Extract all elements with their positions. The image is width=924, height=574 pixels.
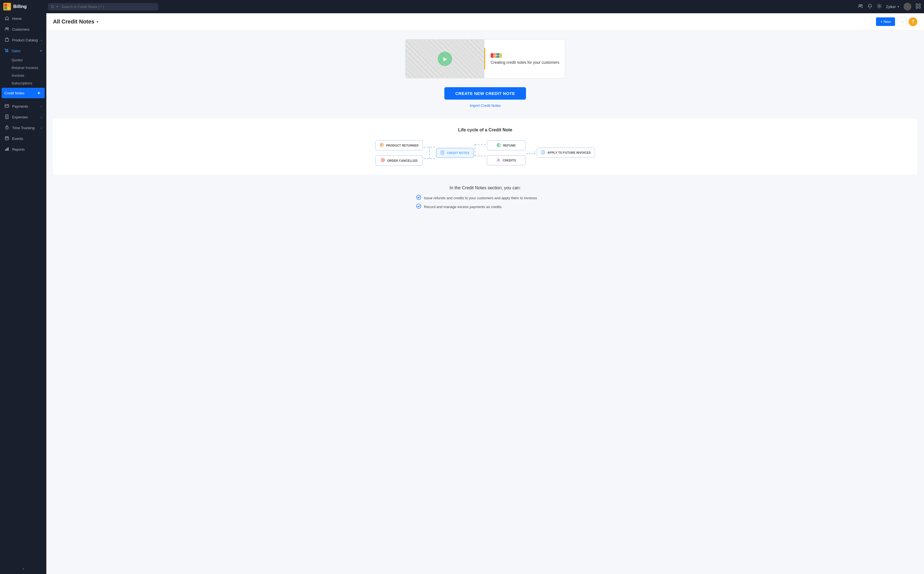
refund-icon: $	[496, 143, 501, 148]
grid-icon[interactable]	[916, 3, 921, 10]
sidebar-item-credit-notes-wrap: Credit Notes	[2, 88, 45, 98]
svg-rect-34	[8, 147, 9, 151]
sidebar-item-invoices[interactable]: Invoices	[0, 72, 46, 79]
sidebar-label: Payments	[12, 104, 28, 109]
app-name: Billing	[13, 4, 27, 9]
search-input[interactable]	[61, 5, 156, 9]
video-info: zoho Creating credit notes for your cust…	[484, 48, 565, 70]
sidebar-item-retainer-invoices[interactable]: Retainer Invoices	[0, 64, 46, 72]
sidebar-item-events[interactable]: Events	[0, 133, 46, 144]
sidebar-item-sales[interactable]: Sales ▾	[0, 46, 46, 56]
sidebar-label: Product Catalog	[12, 38, 38, 42]
lifecycle-section: Life cycle of a Credit Note PRODUCT RETU…	[53, 119, 918, 174]
check-icon-2	[416, 203, 421, 210]
svg-point-16	[6, 51, 6, 52]
sidebar-item-reports[interactable]: Reports	[0, 144, 46, 155]
main-area: All Credit Notes ▾ + New ··· ? ▶	[46, 13, 924, 574]
more-button[interactable]: ···	[897, 17, 906, 26]
sidebar-label: Expenses	[12, 115, 28, 119]
sidebar-label: Time Tracking	[12, 126, 35, 130]
chevron-right-icon: ›	[41, 116, 42, 119]
credit-notes-box-wrap: CREDIT NOTES	[436, 148, 474, 158]
chevron-right-icon: ›	[41, 105, 42, 108]
user-chevron: ▾	[897, 5, 899, 9]
avatar[interactable]	[904, 3, 911, 11]
sidebar-item-credit-notes[interactable]: Credit Notes	[2, 88, 45, 98]
svg-rect-11	[916, 6, 918, 8]
far-right-connector: ›	[527, 150, 536, 156]
team-icon[interactable]	[858, 3, 863, 10]
svg-rect-10	[919, 4, 921, 6]
import-credit-notes-link[interactable]: Import Credit Notes	[470, 104, 501, 108]
search-filter[interactable]: ▾	[57, 5, 58, 9]
apply-future-wrap: APPLY TO FUTURE INVOICES	[537, 148, 595, 158]
svg-point-42	[497, 159, 499, 160]
sidebar-item-product-catalog[interactable]: Product Catalog ›	[0, 35, 46, 46]
sales-label: Sales	[12, 49, 21, 53]
svg-rect-15	[5, 39, 9, 41]
apply-future-label: APPLY TO FUTURE INVOICES	[548, 151, 591, 154]
video-logo: zoho	[491, 53, 502, 58]
svg-point-17	[8, 51, 8, 52]
video-description: Creating credit notes for your customers	[491, 60, 559, 65]
topbar: Billing ▾ Zylker ▾	[0, 0, 924, 13]
customers-icon	[5, 27, 9, 32]
check-icon-1	[416, 195, 421, 201]
chevron-down-icon: ▾	[40, 49, 42, 53]
create-credit-note-button[interactable]: CREATE NEW CREDIT NOTE	[444, 87, 526, 99]
product-returned-icon	[379, 143, 384, 148]
info-title: In the Credit Notes section, you can:	[53, 185, 918, 191]
sidebar-item-home[interactable]: Home	[0, 13, 46, 24]
sidebar-item-payments[interactable]: Payments ›	[0, 101, 46, 112]
info-item-1: Issue refunds and credits to your custom…	[416, 195, 554, 201]
add-credit-note-btn[interactable]	[36, 90, 42, 96]
sidebar-label: Customers	[12, 27, 30, 32]
sidebar-collapse-btn[interactable]: ‹	[5, 566, 42, 571]
svg-text:$: $	[497, 144, 499, 147]
svg-rect-20	[5, 105, 9, 107]
sidebar-label: Home	[12, 17, 22, 21]
svg-point-14	[8, 28, 9, 29]
header-actions: + New ··· ?	[876, 17, 918, 26]
home-icon	[5, 16, 9, 21]
help-button[interactable]: ?	[908, 17, 918, 26]
settings-icon[interactable]	[877, 3, 882, 10]
reports-icon	[5, 147, 9, 152]
left-connectors	[424, 142, 435, 163]
sidebar-item-customers[interactable]: Customers	[0, 24, 46, 35]
sidebar-item-subscriptions[interactable]: Subscriptions	[0, 79, 46, 87]
video-section: ▶ zoho Creating credit notes for your cu…	[53, 39, 918, 78]
bell-icon[interactable]	[867, 3, 872, 10]
search-icon	[51, 5, 54, 9]
search-box[interactable]: ▾	[48, 3, 158, 11]
topbar-right: Zylker ▾	[858, 3, 921, 11]
page-title-chevron-icon[interactable]: ▾	[96, 20, 98, 24]
svg-rect-3	[8, 7, 10, 9]
new-button[interactable]: + New	[876, 17, 895, 26]
cta-section: CREATE NEW CREDIT NOTE Import Credit Not…	[53, 87, 918, 108]
info-item-2: Record and manage excess payments as cre…	[416, 203, 554, 210]
product-returned-box: PRODUCT RETURNED	[375, 140, 423, 150]
app-logo: Billing	[3, 3, 45, 11]
svg-point-48	[417, 204, 421, 208]
video-thumbnail: ▶	[405, 39, 484, 78]
svg-rect-37	[441, 151, 444, 154]
sidebar-item-quotes[interactable]: Quotes	[0, 56, 46, 64]
sidebar-label: Events	[12, 137, 23, 141]
sidebar-item-time-tracking[interactable]: Time Tracking ›	[0, 123, 46, 133]
credits-icon	[496, 158, 501, 163]
time-icon	[5, 125, 9, 131]
payments-icon	[5, 104, 9, 109]
order-cancelled-box: ORDER CANCELLED	[375, 155, 423, 166]
sales-icon	[5, 48, 9, 54]
refund-label: REFUND	[503, 144, 516, 147]
content-area: ▶ zoho Creating credit notes for your cu…	[46, 30, 924, 574]
sidebar-item-expenses[interactable]: Expenses ›	[0, 112, 46, 123]
svg-rect-0	[5, 4, 7, 6]
svg-rect-2	[5, 7, 7, 9]
right-connectors	[475, 150, 486, 156]
user-menu[interactable]: Zylker ▾	[886, 5, 899, 9]
sidebar-label: Reports	[12, 147, 25, 151]
svg-rect-9	[916, 4, 918, 6]
events-icon	[5, 136, 9, 141]
